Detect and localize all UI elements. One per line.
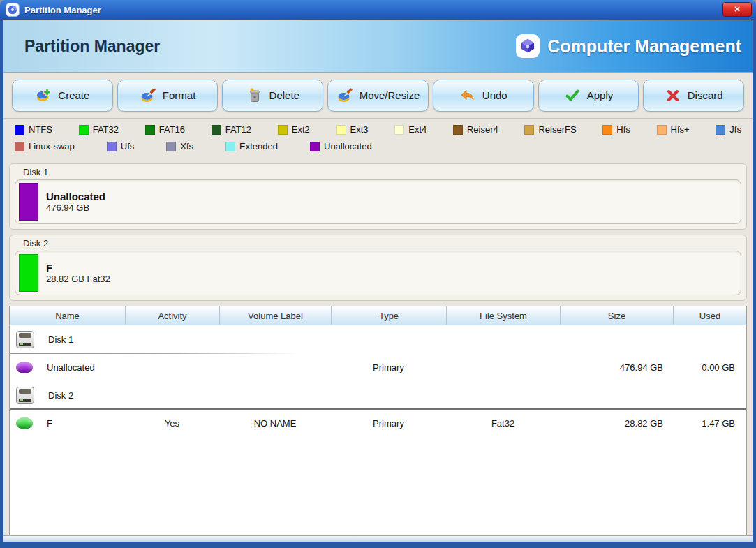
cell-activity: Yes xyxy=(125,409,219,437)
disk-group-1: Disk 1Unallocated476.94 GB xyxy=(9,163,747,230)
legend-row: NTFSFAT32FAT16FAT12Ext2Ext3Ext4Reiser4Re… xyxy=(15,124,741,135)
partition-table: NameActivityVolume LabelTypeFile SystemS… xyxy=(9,306,747,535)
legend-swatch xyxy=(145,125,155,135)
format-icon xyxy=(140,87,156,104)
move-resize-button[interactable]: Move/Resize xyxy=(327,80,429,112)
app-logo-icon xyxy=(6,3,20,17)
column-header-type: Type xyxy=(331,306,446,325)
row-separator xyxy=(10,353,299,354)
disk-row[interactable]: Disk 2 xyxy=(10,381,746,409)
cell-size xyxy=(560,325,673,353)
legend-item-extended: Extended xyxy=(225,141,278,151)
hard-drive-icon xyxy=(16,387,34,404)
legend-item-linux-swap: Linux-swap xyxy=(15,141,75,151)
button-label: Undo xyxy=(482,89,507,101)
cell-file-system xyxy=(446,353,560,381)
cell-name: Disk 2 xyxy=(10,381,125,409)
cell-used xyxy=(673,381,746,409)
button-label: Apply xyxy=(587,89,614,101)
row-name-label: F xyxy=(47,418,52,429)
cell-name: Unallocated xyxy=(10,353,125,381)
partition-detail: 476.94 GB xyxy=(46,202,105,214)
column-header-volume-label: Volume Label xyxy=(219,306,331,325)
computer-management-icon xyxy=(515,34,540,59)
column-header-used: Used xyxy=(673,306,746,325)
banner: Partition Manager Computer Management xyxy=(3,20,753,73)
partition-row[interactable]: FYesNO NAMEPrimaryFat3228.82 GB1.47 GB xyxy=(10,409,746,437)
legend-label: Unallocated xyxy=(324,141,372,151)
cell-activity xyxy=(125,381,219,409)
toolbar: CreateFormatDeleteMove/ResizeUndoApplyDi… xyxy=(3,73,753,119)
legend-label: Ufs xyxy=(121,141,135,151)
partition-name: F xyxy=(46,262,110,274)
legend-swatch xyxy=(453,125,463,135)
create-button[interactable]: Create xyxy=(12,80,113,112)
cell-volume-label xyxy=(219,353,331,381)
partition-manager-window: Partition Manager × Partition Manager Co… xyxy=(0,0,756,548)
disk-panel: Unallocated476.94 GB xyxy=(15,179,741,224)
legend-item-ext3: Ext3 xyxy=(336,124,369,135)
legend-label: Linux-swap xyxy=(29,141,75,151)
partition-disc-icon xyxy=(16,362,33,373)
legend-item-reiserfs: ReiserFS xyxy=(524,124,576,135)
legend-swatch xyxy=(524,125,534,135)
cell-file-system xyxy=(446,381,560,409)
legend-swatch xyxy=(107,142,117,151)
page-title: Partition Manager xyxy=(24,37,160,56)
brand: Computer Management xyxy=(515,34,741,59)
close-button[interactable]: × xyxy=(722,2,752,17)
partition-detail: 28.82 GB Fat32 xyxy=(46,274,110,285)
legend-swatch xyxy=(394,125,404,135)
disk-row[interactable]: Disk 1 xyxy=(10,325,746,353)
disk-label: Disk 1 xyxy=(15,165,741,179)
undo-icon xyxy=(459,87,476,104)
legend-swatch xyxy=(15,125,24,135)
partition-disc-icon xyxy=(16,417,33,429)
partition-block[interactable] xyxy=(19,254,38,292)
legend-label: Reiser4 xyxy=(467,124,498,135)
legend-item-ntfs: NTFS xyxy=(15,124,52,135)
legend-label: Ext2 xyxy=(292,124,310,135)
row-name-label: Disk 1 xyxy=(48,334,73,345)
legend-label: FAT32 xyxy=(93,124,119,135)
cell-volume-label xyxy=(219,325,331,353)
legend-item-fat16: FAT16 xyxy=(145,124,185,135)
cell-used: 0.00 GB xyxy=(673,353,746,381)
window-frame: Partition Manager Computer Management Cr… xyxy=(0,20,756,548)
button-label: Format xyxy=(163,89,196,101)
legend-label: ReiserFS xyxy=(538,124,576,135)
cell-name: Disk 1 xyxy=(10,325,125,353)
undo-button[interactable]: Undo xyxy=(433,80,534,112)
partition-row[interactable]: UnallocatedPrimary476.94 GB0.00 GB xyxy=(10,353,746,381)
disk-label: Disk 2 xyxy=(15,237,741,251)
legend-swatch xyxy=(716,125,725,135)
cell-type xyxy=(331,325,446,353)
discard-button[interactable]: Discard xyxy=(643,80,744,112)
table-header-row: NameActivityVolume LabelTypeFile SystemS… xyxy=(10,306,746,325)
partition-info: F28.82 GB Fat32 xyxy=(46,262,110,285)
format-button[interactable]: Format xyxy=(117,80,218,112)
cell-file-system xyxy=(446,325,560,353)
button-label: Create xyxy=(58,89,89,101)
legend-swatch xyxy=(336,125,346,135)
cell-used: 1.47 GB xyxy=(673,409,746,437)
disk-group-2: Disk 2F28.82 GB Fat32 xyxy=(9,235,747,301)
legend-label: Xfs xyxy=(180,141,193,151)
titlebar: Partition Manager × xyxy=(0,0,756,20)
brand-label: Computer Management xyxy=(547,36,741,57)
column-header-activity: Activity xyxy=(125,306,219,325)
cell-size xyxy=(560,381,673,409)
legend-label: Hfs+ xyxy=(671,124,690,135)
delete-icon xyxy=(246,87,263,104)
column-header-size: Size xyxy=(560,306,673,325)
legend-item-xfs: Xfs xyxy=(166,141,193,151)
column-header-name: Name xyxy=(10,306,125,325)
apply-button[interactable]: Apply xyxy=(538,80,639,112)
cell-file-system: Fat32 xyxy=(446,409,560,437)
row-separator xyxy=(10,408,746,410)
legend-label: FAT12 xyxy=(225,124,251,135)
delete-button[interactable]: Delete xyxy=(222,80,323,112)
legend-label: Hfs xyxy=(616,124,630,135)
row-name-label: Unallocated xyxy=(47,362,95,373)
partition-block[interactable] xyxy=(19,183,38,221)
